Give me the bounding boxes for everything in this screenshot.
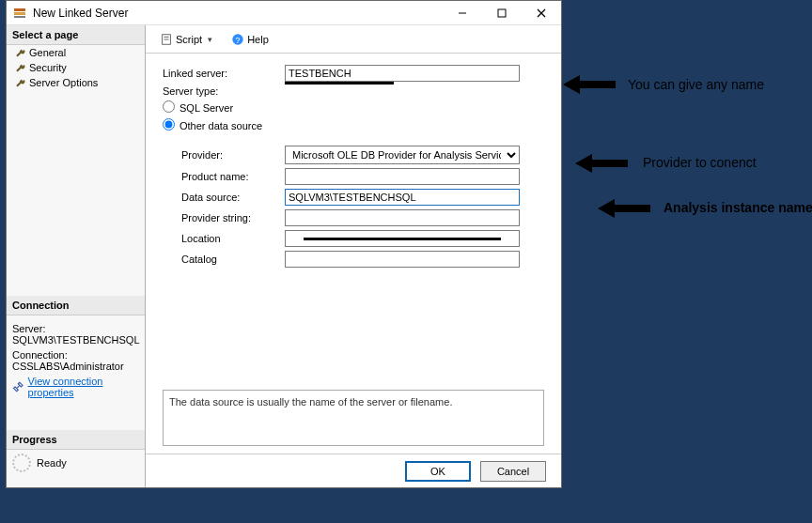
wrench-icon <box>14 47 25 58</box>
sidebar-item-general[interactable]: General <box>7 45 145 60</box>
script-label: Script <box>176 34 202 45</box>
catalog-input[interactable] <box>285 251 520 268</box>
server-type-label: Server type: <box>163 85 285 97</box>
close-button[interactable] <box>522 1 561 25</box>
product-name-label: Product name: <box>181 171 285 182</box>
ok-button[interactable]: OK <box>405 461 471 482</box>
select-a-page-header: Select a page <box>7 25 145 45</box>
svg-rect-4 <box>498 9 506 17</box>
location-label: Location <box>181 233 285 244</box>
sidebar-item-security[interactable]: Security <box>7 60 145 75</box>
provider-label: Provider: <box>181 149 285 161</box>
provider-string-label: Provider string: <box>181 212 285 223</box>
script-button[interactable]: Script <box>153 29 219 50</box>
connection-icon <box>12 380 24 393</box>
arrow-icon <box>561 73 617 96</box>
svg-rect-1 <box>14 12 25 15</box>
sql-server-radio[interactable] <box>163 100 175 113</box>
sidebar-item-label: Security <box>29 62 67 73</box>
linked-server-label: Linked server: <box>163 68 285 79</box>
data-source-label: Data source: <box>181 192 285 203</box>
connection-header: Connection <box>7 296 145 315</box>
sidebar-item-label: General <box>29 47 66 58</box>
product-name-input[interactable] <box>285 168 520 185</box>
provider-select[interactable]: Microsoft OLE DB Provider for Analysis S… <box>285 146 520 164</box>
connection-label: Connection: <box>12 349 139 361</box>
connection-value: CSSLABS\Administrator <box>12 361 139 372</box>
annotation-underline <box>304 238 501 240</box>
sidebar-item-label: Server Options <box>29 77 98 88</box>
catalog-label: Catalog <box>181 254 285 265</box>
wrench-icon <box>14 77 25 88</box>
progress-spinner-icon <box>12 454 31 472</box>
annotation-text-instance: Analysis instance name <box>664 200 812 215</box>
other-data-source-radio[interactable] <box>163 118 175 131</box>
sidebar-item-server-options[interactable]: Server Options <box>7 75 145 90</box>
view-connection-properties-link[interactable]: View connection properties <box>28 376 139 398</box>
titlebar: New Linked Server <box>7 1 561 25</box>
script-icon <box>160 33 173 46</box>
app-icon <box>12 6 27 21</box>
svg-rect-2 <box>14 16 25 18</box>
sidebar: Select a page General Security Server Op… <box>7 25 146 487</box>
annotation-text-name: You can give any name <box>628 77 764 92</box>
new-linked-server-dialog: New Linked Server Select a page General <box>6 0 562 488</box>
help-description: The data source is usually the name of t… <box>163 390 544 446</box>
toolbar: Script ? Help <box>146 25 561 54</box>
cancel-button[interactable]: Cancel <box>480 461 546 482</box>
linked-server-input[interactable] <box>285 65 520 82</box>
help-button[interactable]: ? Help <box>225 29 275 50</box>
server-label: Server: <box>12 323 139 334</box>
minimize-button[interactable] <box>443 1 482 25</box>
arrow-icon <box>573 152 630 175</box>
data-source-input[interactable] <box>285 189 520 206</box>
progress-header: Progress <box>7 430 145 450</box>
wrench-icon <box>14 62 25 73</box>
help-icon: ? <box>231 33 244 46</box>
arrow-icon <box>596 197 652 220</box>
provider-string-input[interactable] <box>285 209 520 226</box>
svg-rect-0 <box>14 8 25 11</box>
help-label: Help <box>247 34 269 45</box>
window-title: New Linked Server <box>33 7 443 20</box>
annotation-text-provider: Provider to conenct <box>643 155 757 170</box>
server-value: SQLVM3\TESTBENCHSQL <box>12 334 139 346</box>
annotation-underline <box>285 82 394 85</box>
maximize-button[interactable] <box>482 1 522 25</box>
progress-status: Ready <box>37 457 67 469</box>
sql-server-radio-label: SQL Server <box>180 102 233 114</box>
other-data-source-radio-label: Other data source <box>180 120 262 131</box>
svg-text:?: ? <box>236 35 241 44</box>
